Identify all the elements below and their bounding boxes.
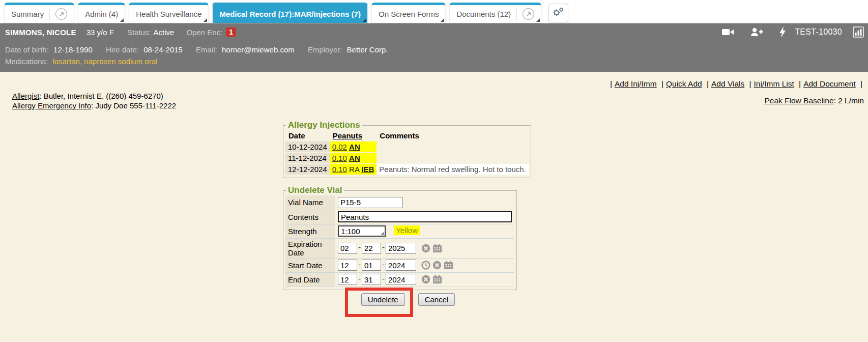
injection-date: 10-12-2024	[285, 141, 330, 152]
vial-name-input[interactable]	[338, 197, 403, 208]
resize-grip-icon[interactable]	[381, 232, 384, 235]
allergist-link[interactable]: Allergist	[12, 92, 39, 100]
add-inj-imm-link[interactable]: Add Inj/Imm	[615, 79, 657, 88]
strength-color-tag: Yellow	[394, 225, 420, 235]
calendar-icon[interactable]	[432, 244, 442, 253]
reaction-code-link[interactable]: AN	[349, 154, 360, 162]
injection-date: 11-12-2024	[285, 153, 330, 163]
dropdown-fold-icon	[363, 18, 366, 22]
reaction-code-link[interactable]: IEB	[361, 165, 374, 174]
dropdown-fold-icon	[204, 18, 207, 22]
form-row-vial-name: Vial Name	[285, 195, 514, 210]
end-year-input[interactable]	[386, 274, 416, 285]
allergy-emergency-info-link[interactable]: Allergy Emergency Info	[12, 101, 91, 110]
medication-link-naproxen[interactable]: naproxen sodium oral	[84, 57, 157, 66]
popout-arrow-icon[interactable]	[55, 8, 67, 20]
circle-x-icon[interactable]	[432, 261, 442, 270]
end-date-cell: --	[335, 272, 514, 287]
date-separator: -	[382, 274, 385, 283]
reaction-code-link[interactable]: AN	[349, 142, 360, 151]
peak-flow-baseline-link[interactable]: Peak Flow Baseline	[764, 96, 833, 105]
injection-dose-cell: 0.10 RA IEB	[330, 164, 377, 175]
person-plus-icon[interactable]	[750, 27, 763, 37]
dose-link[interactable]: 0.10	[332, 154, 347, 162]
patient-header-bar: SIMMONS, NICOLE 33 y/o F Status: Active …	[0, 23, 868, 40]
dob-label: Date of birth:	[5, 45, 49, 54]
tab-summary[interactable]: Summary	[4, 3, 74, 23]
allergy-emergency-line: Allergy Emergency Info: Judy Doe 555-111…	[12, 101, 176, 110]
form-row-start-date: Start Date --	[285, 258, 514, 272]
dose-link[interactable]: 0.02	[332, 142, 347, 151]
circle-x-icon[interactable]	[421, 244, 430, 253]
end-month-input[interactable]	[338, 274, 357, 285]
dob-value: 12-18-1990	[53, 45, 93, 54]
tab-divider	[49, 9, 50, 20]
dose-link[interactable]: 0.10	[332, 165, 347, 174]
allergy-contact-info: Allergist: Butler, Internist E. ((260) 4…	[12, 91, 176, 110]
add-vials-link[interactable]: Add Vials	[711, 79, 744, 88]
popout-arrow-icon[interactable]	[523, 8, 534, 20]
separator: |	[707, 79, 709, 88]
column-peanuts-link[interactable]: Peanuts	[330, 131, 377, 141]
tab-admin[interactable]: Admin (4)	[78, 3, 125, 23]
tab-on-screen-forms[interactable]: On Screen Forms	[371, 3, 446, 23]
cancel-button[interactable]: Cancel	[418, 293, 455, 306]
status-label: Status:	[127, 28, 151, 37]
allergist-line: Allergist: Butler, Internist E. ((260) 4…	[12, 91, 176, 101]
clock-icon[interactable]	[421, 261, 430, 270]
separator: |	[860, 79, 862, 88]
table-row: 10-12-2024 0.02 AN	[285, 141, 529, 152]
allergy-injections-panel: Allergy Injections Date Peanuts Comments…	[283, 120, 531, 178]
separator: |	[799, 79, 801, 88]
form-row-end-date: End Date --	[285, 272, 514, 287]
allergist-value: : Butler, Internist E. ((260) 459-6270)	[39, 92, 163, 100]
end-day-input[interactable]	[362, 274, 381, 285]
quick-add-link[interactable]: Quick Add	[666, 79, 702, 88]
lightning-icon[interactable]	[779, 26, 786, 38]
expiration-month-input[interactable]	[338, 243, 357, 254]
medication-link-losartan[interactable]: losartan	[52, 57, 79, 66]
tab-documents[interactable]: Documents (12)	[449, 3, 541, 23]
tab-medical-record[interactable]: Medical Record (17):MAR/Injections (7)	[212, 3, 368, 23]
strength-input[interactable]	[338, 225, 386, 237]
calendar-icon[interactable]	[432, 275, 442, 284]
tab-summary-label: Summary	[11, 10, 44, 18]
bar-chart-icon[interactable]	[853, 26, 864, 38]
expiration-day-input[interactable]	[362, 243, 381, 254]
undelete-button[interactable]: Undelete	[361, 293, 405, 306]
settings-button[interactable]	[548, 4, 568, 22]
injection-comment	[377, 153, 528, 163]
start-day-input[interactable]	[362, 260, 381, 271]
patient-name: SIMMONS, NICOLE	[5, 28, 76, 37]
medication-separator: ,	[80, 57, 84, 66]
tab-health-surveillance[interactable]: Health Surveillance	[129, 3, 209, 23]
open-enc-badge[interactable]: 1	[226, 27, 236, 37]
inj-imm-list-link[interactable]: Inj/Imm List	[754, 79, 794, 88]
patient-id: TEST-10030	[795, 27, 842, 37]
circle-x-icon[interactable]	[421, 275, 430, 284]
contents-input[interactable]	[338, 211, 512, 222]
start-date-label: Start Date	[285, 258, 335, 272]
tab-admin-label: Admin (4)	[85, 10, 118, 18]
start-year-input[interactable]	[386, 260, 416, 271]
divider	[741, 27, 741, 37]
undelete-vial-form: Vial Name Contents Strength Yel	[285, 195, 514, 287]
peak-flow-value: : 2 L/min	[834, 96, 864, 105]
patient-age-sex: 33 y/o F	[86, 28, 114, 37]
employer-value: Better Corp.	[347, 45, 388, 54]
video-camera-icon[interactable]	[722, 27, 734, 37]
separator: |	[610, 79, 612, 88]
start-month-input[interactable]	[338, 260, 357, 271]
allergy-emergency-value: : Judy Doe 555-111-2222	[91, 101, 176, 110]
vial-name-cell	[335, 195, 514, 210]
calendar-icon[interactable]	[444, 261, 453, 270]
separator: |	[661, 79, 663, 88]
expiration-year-input[interactable]	[386, 243, 416, 254]
injection-date: 12-12-2024	[285, 164, 330, 175]
tab-health-surveillance-label: Health Surveillance	[136, 10, 201, 18]
action-links: |Add Inj/Imm |Quick Add |Add Vials |Inj/…	[607, 79, 865, 89]
add-document-link[interactable]: Add Document	[803, 79, 856, 88]
column-comments: Comments	[377, 131, 528, 141]
patient-bar-actions: TEST-10030	[720, 26, 864, 38]
injection-comment	[377, 141, 528, 152]
